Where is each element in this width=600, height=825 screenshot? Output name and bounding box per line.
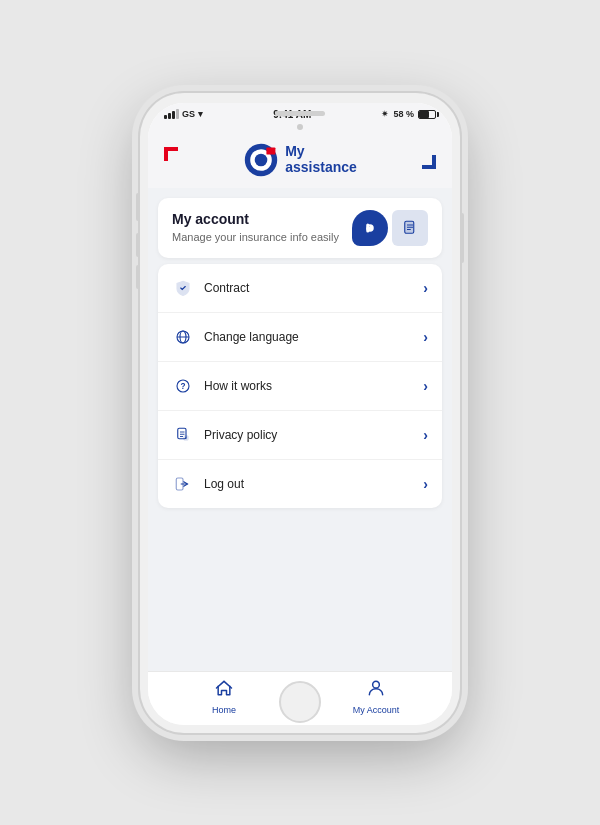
corner-anchor-icon [414,147,436,173]
account-title: My account [172,211,339,227]
menu-item-language[interactable]: Change language › [158,313,442,362]
privacy-doc-icon [172,424,194,446]
nav-home[interactable]: Home [148,678,300,715]
question-icon: ? [172,375,194,397]
document-icon [392,210,428,246]
privacy-label: Privacy policy [204,428,423,442]
phone-device: GS ▾ 9:41 AM ✴ 58 % [140,93,460,733]
camera-area [148,124,452,134]
how-it-works-label: How it works [204,379,423,393]
account-info: My account Manage your insurance info ea… [172,211,339,244]
chevron-right-icon: › [423,329,428,345]
svg-point-2 [255,153,268,166]
account-card: My account Manage your insurance info ea… [158,198,442,258]
chevron-right-icon: › [423,378,428,394]
status-left: GS ▾ [164,109,203,119]
phone-screen: GS ▾ 9:41 AM ✴ 58 % [148,103,452,725]
menu-list: Contract › Change language › [158,264,442,508]
logout-label: Log out [204,477,423,491]
menu-item-logout[interactable]: Log out › [158,460,442,508]
logo-my: My [285,144,357,159]
language-label: Change language [204,330,423,344]
menu-item-privacy[interactable]: Privacy policy › [158,411,442,460]
logo-icon [243,142,279,178]
logout-icon [172,473,194,495]
wifi-icon: ▾ [198,109,203,119]
chevron-right-icon: › [423,476,428,492]
contract-label: Contract [204,281,423,295]
battery-icon [418,110,436,119]
corner-bookmark-icon [164,147,186,173]
chevron-right-icon: › [423,427,428,443]
svg-rect-3 [267,147,276,154]
account-icons [352,210,428,246]
logo-assistance: assistance [285,160,357,175]
chevron-right-icon: › [423,280,428,296]
app-header: My assistance [148,134,452,188]
carrier-label: GS [182,109,195,119]
account-nav-label: My Account [353,705,400,715]
home-button[interactable] [279,681,321,723]
menu-item-contract[interactable]: Contract › [158,264,442,313]
bluetooth-icon: ✴ [381,109,389,119]
globe-icon [172,326,194,348]
svg-point-25 [373,681,380,688]
svg-rect-6 [366,223,369,232]
volume-down-button[interactable] [136,265,140,289]
home-nav-label: Home [212,705,236,715]
signal-icon [164,109,179,119]
svg-text:?: ? [180,382,185,391]
person-icon [366,678,386,703]
app-logo: My assistance [243,142,357,178]
home-icon [214,678,234,703]
volume-up-button[interactable] [136,233,140,257]
battery-label: 58 % [393,109,414,119]
shield-icon [172,277,194,299]
chat-bubble-icon [352,210,388,246]
app-content: My account Manage your insurance info ea… [148,188,452,671]
logo-text: My assistance [285,144,357,175]
nav-account[interactable]: My Account [300,678,452,715]
menu-item-how-it-works[interactable]: ? How it works › [158,362,442,411]
camera-dot [297,124,303,130]
speaker [275,111,325,116]
account-subtitle: Manage your insurance info easily [172,230,339,244]
status-right: ✴ 58 % [381,109,436,119]
